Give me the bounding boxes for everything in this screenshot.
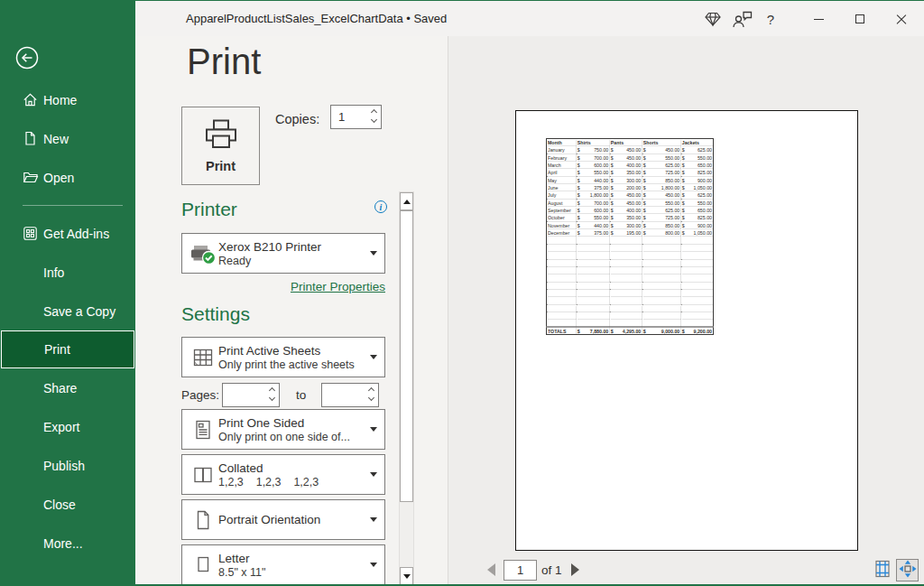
value-cell: $375.00 — [577, 229, 610, 237]
copies-value-field[interactable] — [331, 106, 366, 128]
sidebar-item-label: Close — [43, 498, 76, 512]
sidebar-item-new[interactable]: New — [0, 119, 135, 158]
pages-to-field[interactable] — [322, 384, 364, 406]
value-cell: $725.00 — [642, 214, 681, 221]
scroll-up-button[interactable] — [400, 192, 413, 210]
value-cell: $650.00 — [681, 207, 714, 214]
value-cell: $650.00 — [681, 162, 714, 169]
month-cell: September — [547, 207, 577, 214]
value-cell: $850.00 — [642, 176, 681, 183]
sidebar-item-publish[interactable]: Publish — [0, 446, 135, 485]
chevron-down-icon — [370, 517, 377, 522]
setting-dropdown-collated[interactable]: Collated1,2,3 1,2,3 1,2,3 — [181, 454, 385, 495]
spinner-down-icon[interactable] — [371, 116, 377, 123]
sidebar-item-close[interactable]: Close — [0, 485, 135, 524]
sidebar-item-info[interactable]: Info — [0, 253, 135, 292]
pages-from-field[interactable] — [223, 384, 264, 406]
new-document-icon — [23, 131, 43, 146]
setting-dropdown-print-active-sheets[interactable]: Print Active SheetsOnly print the active… — [181, 337, 385, 377]
settings-scrollbar[interactable] — [399, 191, 414, 586]
printer-dropdown-text: Xerox B210 Printer Ready — [218, 240, 366, 267]
sidebar-item-label: More... — [43, 536, 83, 551]
spinner-up-icon[interactable] — [368, 387, 374, 394]
month-cell: June — [547, 184, 577, 191]
no-icon — [23, 458, 43, 473]
zoom-to-page-button[interactable] — [896, 559, 919, 581]
premium-gem-icon[interactable] — [698, 1, 727, 37]
table-empty-row — [547, 312, 714, 319]
triangle-left-icon — [487, 563, 495, 576]
value-cell: $900.00 — [681, 176, 714, 183]
table-empty-row — [547, 252, 714, 259]
table-row: July$1,800.00$450.00$450.00$625.00 — [547, 191, 714, 199]
sidebar-item-open[interactable]: Open — [0, 158, 135, 197]
help-icon[interactable]: ? — [756, 1, 785, 37]
minimize-button[interactable] — [798, 1, 839, 37]
pages-to-input[interactable] — [321, 383, 379, 407]
table-empty-row — [547, 266, 714, 274]
active-sheets-icon — [188, 346, 218, 369]
month-cell: December — [547, 229, 577, 237]
feedback-icon[interactable] — [727, 1, 756, 37]
value-cell: $800.00 — [642, 229, 681, 237]
value-cell: $350.00 — [610, 214, 642, 221]
sidebar-item-get-add-ins[interactable]: Get Add-ins — [0, 214, 135, 253]
value-cell: $1,800.00 — [577, 191, 610, 199]
setting-dropdown-print-one-sided[interactable]: Print One SidedOnly print on one side of… — [181, 409, 385, 450]
spinner-down-icon[interactable] — [269, 395, 275, 401]
sidebar-item-home[interactable]: Home — [0, 80, 135, 119]
totals-value-cell: $9,000.00 — [642, 327, 681, 334]
printer-properties-link[interactable]: Printer Properties — [181, 280, 385, 293]
table-row: October$550.00$350.00$725.00$825.00 — [547, 214, 714, 221]
no-icon — [23, 303, 43, 319]
titlebar-icons: ? — [698, 1, 922, 37]
spinner-down-icon[interactable] — [368, 395, 374, 401]
value-cell: $450.00 — [642, 191, 681, 199]
pages-from-input[interactable] — [222, 383, 280, 407]
collated-icon — [188, 463, 218, 487]
info-icon[interactable]: i — [374, 200, 387, 213]
spinner-up-icon[interactable] — [269, 387, 275, 394]
show-margins-button[interactable] — [871, 559, 893, 581]
setting-dropdown-letter[interactable]: Letter8.5" x 11" — [181, 544, 385, 585]
print-button[interactable]: Print — [181, 107, 260, 185]
copies-input[interactable] — [330, 105, 382, 129]
page-number-input[interactable] — [504, 560, 537, 581]
printer-select-dropdown[interactable]: Xerox B210 Printer Ready — [181, 233, 385, 274]
previous-page-button[interactable] — [483, 559, 499, 581]
value-cell: $850.00 — [642, 221, 681, 228]
value-cell: $440.00 — [577, 221, 610, 228]
sidebar-item-more[interactable]: More... — [0, 524, 135, 563]
sidebar-item-print[interactable]: Print — [1, 330, 134, 368]
maximize-button[interactable] — [839, 1, 881, 37]
close-button[interactable] — [881, 1, 922, 37]
page-title: Print — [187, 42, 261, 82]
settings-section-heading: Settings — [181, 303, 250, 325]
scrollbar-thumb[interactable] — [400, 210, 413, 502]
minimize-icon — [814, 19, 824, 20]
one-sided-icon — [188, 418, 218, 442]
month-cell: March — [547, 162, 577, 169]
value-cell: $1,050.00 — [681, 184, 714, 191]
back-button[interactable] — [15, 46, 39, 70]
table-row: August$700.00$450.00$550.00$550.00 — [547, 199, 714, 206]
print-preview-panel: MonthShirtsPantsShortsJacketsJanuary$750… — [448, 36, 924, 586]
next-page-button[interactable] — [568, 559, 584, 581]
value-cell: $350.00 — [610, 169, 642, 176]
sidebar-item-export[interactable]: Export — [0, 407, 135, 446]
no-icon — [23, 265, 43, 280]
table-row: March$600.00$400.00$625.00$650.00 — [547, 162, 714, 169]
table-empty-row — [547, 237, 714, 244]
dropdown-subtitle: Only print on one side of... — [218, 431, 366, 443]
scroll-down-button[interactable] — [400, 567, 413, 585]
page-count-label: of 1 — [541, 563, 562, 577]
sidebar-item-save-a-copy[interactable]: Save a Copy — [0, 292, 135, 330]
spinner-up-icon[interactable] — [371, 109, 377, 116]
setting-dropdown-portrait-orientation[interactable]: Portrait Orientation — [181, 499, 385, 540]
sidebar-item-label: Get Add-ins — [43, 227, 109, 241]
month-cell: January — [547, 146, 577, 153]
table-empty-row — [547, 244, 714, 251]
sidebar-item-share[interactable]: Share — [0, 368, 135, 407]
sidebar-item-label: Info — [43, 265, 64, 280]
value-cell: $625.00 — [681, 191, 714, 199]
